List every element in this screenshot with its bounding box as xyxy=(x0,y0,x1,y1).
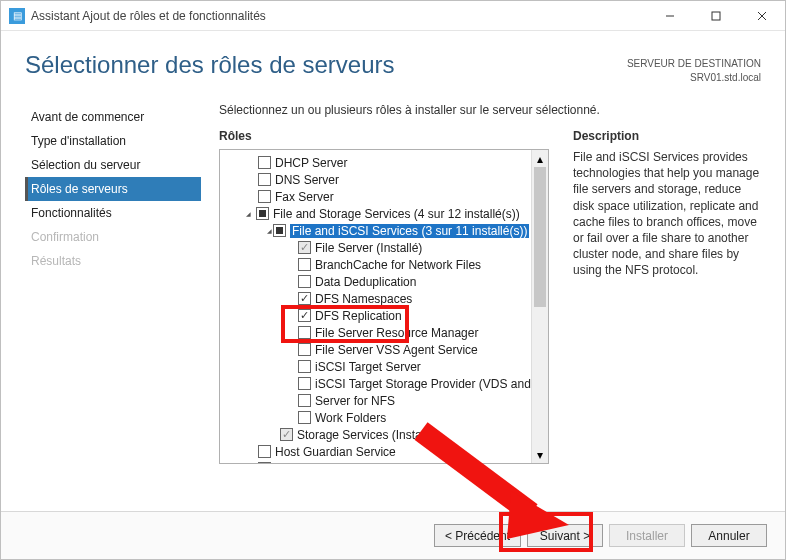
instruction-text: Sélectionnez un ou plusieurs rôles à ins… xyxy=(201,103,765,129)
page-header: Sélectionner des rôles de serveurs SERVE… xyxy=(1,31,785,85)
wizard-step: Résultats xyxy=(25,249,201,273)
role-checkbox[interactable] xyxy=(298,292,311,305)
role-label: DFS Replication xyxy=(315,309,402,323)
wizard-icon: ▤ xyxy=(9,8,25,24)
roles-scrollbar[interactable]: ▴ ▾ xyxy=(531,150,548,463)
role-tree-item[interactable]: DNS Server xyxy=(222,171,529,188)
role-tree-item[interactable]: iSCSI Target Storage Provider (VDS and V… xyxy=(222,375,529,392)
role-tree-item[interactable]: Work Folders xyxy=(222,409,529,426)
role-label: File Server Resource Manager xyxy=(315,326,478,340)
role-tree-item[interactable]: DFS Replication xyxy=(222,307,529,324)
role-tree-item[interactable]: iSCSI Target Server xyxy=(222,358,529,375)
maximize-button[interactable] xyxy=(693,1,739,30)
role-label: iSCSI Target Server xyxy=(315,360,421,374)
previous-button[interactable]: < Précédent xyxy=(434,524,521,547)
role-tree-item[interactable]: Data Deduplication xyxy=(222,273,529,290)
wizard-step[interactable]: Sélection du serveur xyxy=(25,153,201,177)
role-tree-item[interactable]: Fax Server xyxy=(222,188,529,205)
role-tree-item[interactable]: DFS Namespaces xyxy=(222,290,529,307)
role-tree-item[interactable]: File Server VSS Agent Service xyxy=(222,341,529,358)
role-label: iSCSI Target Storage Provider (VDS and V… xyxy=(315,377,531,391)
role-label: DHCP Server xyxy=(275,156,347,170)
close-button[interactable] xyxy=(739,1,785,30)
svg-rect-1 xyxy=(712,12,720,20)
role-label: Work Folders xyxy=(315,411,386,425)
role-label: File Server (Installé) xyxy=(315,241,422,255)
role-checkbox[interactable] xyxy=(258,445,271,458)
wizard-footer: < Précédent Suivant > Installer Annuler xyxy=(1,511,785,559)
window-title: Assistant Ajout de rôles et de fonctionn… xyxy=(31,9,266,23)
tree-expander-icon[interactable]: ◢ xyxy=(267,227,272,234)
role-label: BranchCache for Network Files xyxy=(315,258,481,272)
roles-pane-title: Rôles xyxy=(219,129,549,143)
description-text: File and iSCSI Services provides technol… xyxy=(573,149,765,279)
window-titlebar: ▤ Assistant Ajout de rôles et de fonctio… xyxy=(1,1,785,31)
wizard-step[interactable]: Avant de commencer xyxy=(25,105,201,129)
destination-info: SERVEUR DE DESTINATION SRV01.std.local xyxy=(627,57,761,85)
main-content: Sélectionnez un ou plusieurs rôles à ins… xyxy=(201,103,785,475)
role-checkbox[interactable] xyxy=(298,343,311,356)
role-checkbox[interactable] xyxy=(258,462,271,463)
role-checkbox[interactable] xyxy=(258,190,271,203)
role-label: Server for NFS xyxy=(315,394,395,408)
role-checkbox[interactable] xyxy=(256,207,269,220)
role-label: File and Storage Services (4 sur 12 inst… xyxy=(273,207,520,221)
role-checkbox[interactable] xyxy=(280,428,293,441)
role-checkbox[interactable] xyxy=(298,241,311,254)
description-pane-title: Description xyxy=(573,129,765,143)
tree-expander-icon[interactable]: ◢ xyxy=(246,210,254,217)
scroll-thumb[interactable] xyxy=(534,167,546,307)
role-tree-item[interactable]: DHCP Server xyxy=(222,154,529,171)
role-tree-item[interactable]: Server for NFS xyxy=(222,392,529,409)
role-label: Host Guardian Service xyxy=(275,445,396,459)
role-tree-item[interactable]: Hyper-V xyxy=(222,460,529,463)
role-checkbox[interactable] xyxy=(273,224,286,237)
roles-tree[interactable]: DHCP ServerDNS ServerFax Server◢File and… xyxy=(219,149,549,464)
role-tree-item[interactable]: BranchCache for Network Files xyxy=(222,256,529,273)
role-checkbox[interactable] xyxy=(258,156,271,169)
scroll-up-icon[interactable]: ▴ xyxy=(532,150,548,167)
minimize-button[interactable] xyxy=(647,1,693,30)
role-label: Storage Services (Installé) xyxy=(297,428,438,442)
page-title: Sélectionner des rôles de serveurs xyxy=(25,51,395,85)
role-checkbox[interactable] xyxy=(258,173,271,186)
wizard-step[interactable]: Fonctionnalités xyxy=(25,201,201,225)
role-checkbox[interactable] xyxy=(298,394,311,407)
role-checkbox[interactable] xyxy=(298,326,311,339)
install-button: Installer xyxy=(609,524,685,547)
role-label: DFS Namespaces xyxy=(315,292,412,306)
role-label: Data Deduplication xyxy=(315,275,416,289)
role-checkbox[interactable] xyxy=(298,411,311,424)
destination-caption: SERVEUR DE DESTINATION xyxy=(627,57,761,71)
role-label: File and iSCSI Services (3 sur 11 instal… xyxy=(290,224,529,238)
wizard-steps: Avant de commencerType d'installationSél… xyxy=(1,103,201,475)
role-tree-item[interactable]: ◢File and iSCSI Services (3 sur 11 insta… xyxy=(222,222,529,239)
wizard-step[interactable]: Rôles de serveurs xyxy=(25,177,201,201)
role-label: DNS Server xyxy=(275,173,339,187)
role-label: Fax Server xyxy=(275,190,334,204)
role-tree-item[interactable]: File Server Resource Manager xyxy=(222,324,529,341)
wizard-step: Confirmation xyxy=(25,225,201,249)
next-button[interactable]: Suivant > xyxy=(527,524,603,547)
role-checkbox[interactable] xyxy=(298,275,311,288)
role-label: Hyper-V xyxy=(275,462,319,464)
role-tree-item[interactable]: Host Guardian Service xyxy=(222,443,529,460)
wizard-step[interactable]: Type d'installation xyxy=(25,129,201,153)
role-checkbox[interactable] xyxy=(298,258,311,271)
destination-server: SRV01.std.local xyxy=(627,71,761,85)
role-tree-item[interactable]: File Server (Installé) xyxy=(222,239,529,256)
scroll-down-icon[interactable]: ▾ xyxy=(532,446,548,463)
window-buttons xyxy=(647,1,785,30)
role-checkbox[interactable] xyxy=(298,309,311,322)
role-checkbox[interactable] xyxy=(298,360,311,373)
role-label: File Server VSS Agent Service xyxy=(315,343,478,357)
role-checkbox[interactable] xyxy=(298,377,311,390)
cancel-button[interactable]: Annuler xyxy=(691,524,767,547)
role-tree-item[interactable]: Storage Services (Installé) xyxy=(222,426,529,443)
role-tree-item[interactable]: ◢File and Storage Services (4 sur 12 ins… xyxy=(222,205,529,222)
